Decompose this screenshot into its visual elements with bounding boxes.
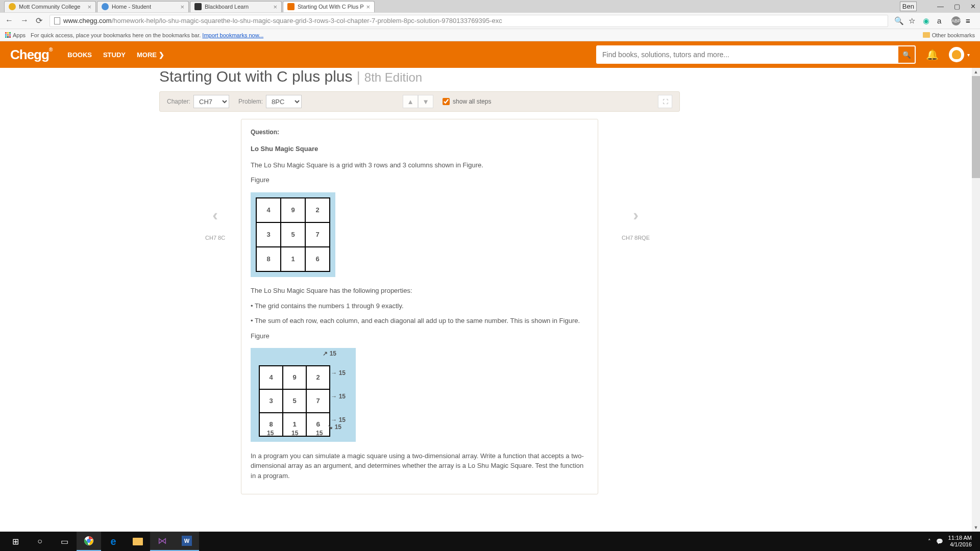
minimize-icon[interactable]: — [937, 3, 944, 10]
scroll-up-icon[interactable]: ▲ [972, 68, 980, 76]
question-text: The Lo Shu Magic Square is a grid with 3… [251, 160, 589, 170]
nav-study[interactable]: STUDY [103, 51, 126, 59]
chrome-icon[interactable] [77, 532, 101, 551]
task-view-icon[interactable]: ▭ [52, 532, 77, 551]
chegg-logo[interactable]: Chegg® [10, 47, 52, 63]
problem-label: Problem: [238, 98, 263, 105]
browser-tab[interactable]: Mott Community College × [4, 1, 96, 12]
bookmarks-bar: Apps For quick access, place your bookma… [0, 29, 980, 41]
nav-more[interactable]: MORE ❯ [137, 51, 164, 59]
figure-2: ↗ 15 492 357 816 15 15 15 ↘ 15 15 15 15 [251, 348, 356, 442]
notifications-icon[interactable]: 💬 [936, 538, 943, 545]
scroll-thumb[interactable] [972, 76, 980, 178]
start-button[interactable]: ⊞ [3, 532, 28, 551]
import-bookmarks-link[interactable]: Import bookmarks now... [202, 32, 263, 38]
adblock-icon[interactable]: ABP [951, 16, 961, 26]
extension-icon[interactable]: ◉ [923, 16, 932, 26]
url-host: www.chegg.com [63, 17, 112, 24]
sum-col: 15 [267, 419, 274, 438]
zoom-icon[interactable]: 🔍 [894, 16, 903, 26]
tray-chevron-icon[interactable]: ˄ [928, 538, 931, 545]
nav-buttons: ← → ⟳ [5, 16, 42, 26]
favicon-icon [194, 3, 202, 10]
bell-icon[interactable]: 🔔 [926, 48, 939, 61]
taskbar-tray: ˄ 💬 11:18 AM 4/1/2016 [928, 535, 977, 548]
prev-problem[interactable]: ‹ CH7 8C [205, 206, 225, 241]
chevron-left-icon: ‹ [205, 206, 225, 224]
url-path: /homework-help/lo-shu-magic-squarethe-lo… [112, 17, 502, 24]
favicon-icon [287, 3, 295, 10]
book-title: Starting Out with C plus plus | 8th Edit… [159, 68, 422, 85]
address-bar: ← → ⟳ www.chegg.com/homework-help/lo-shu… [0, 13, 980, 29]
maximize-icon[interactable]: ▢ [954, 3, 960, 10]
browser-tab[interactable]: Blackboard Learn × [190, 1, 282, 12]
browser-tab[interactable]: Home - Student × [97, 1, 189, 12]
extension-icons: 🔍 ☆ ◉ a ABP ≡ [894, 16, 975, 26]
close-icon[interactable]: × [180, 3, 184, 11]
search-icon: 🔍 [902, 51, 911, 59]
next-problem[interactable]: › CH7 8RQE [622, 206, 650, 241]
fullscreen-button[interactable]: ⛶ [658, 95, 672, 108]
star-icon[interactable]: ☆ [909, 16, 918, 26]
back-icon[interactable]: ← [5, 16, 13, 26]
url-input[interactable]: www.chegg.com/homework-help/lo-shu-magic… [50, 15, 888, 27]
chevron-down-icon[interactable]: ▾ [967, 52, 970, 58]
question-text: The Lo Shu Magic Square has the followin… [251, 286, 589, 296]
close-icon[interactable]: × [366, 3, 370, 11]
close-window-icon[interactable]: ✕ [970, 3, 976, 10]
sum-col: 15 [291, 419, 298, 438]
bookmarks-hint: For quick access, place your bookmarks h… [31, 32, 201, 38]
search-input[interactable] [596, 45, 897, 64]
figure-1: 492 357 816 [251, 192, 335, 277]
apps-label: Apps [13, 32, 26, 38]
menu-icon[interactable]: ≡ [966, 16, 975, 26]
time: 11:18 AM [948, 535, 972, 541]
close-icon[interactable]: × [273, 3, 277, 11]
question-label: Question: [251, 128, 589, 137]
cortana-icon[interactable]: ○ [28, 532, 52, 551]
avatar[interactable] [949, 47, 964, 62]
search-button[interactable]: 🔍 [897, 45, 916, 64]
profile-badge[interactable]: Ben [900, 2, 917, 11]
problem-select[interactable]: 8PC [266, 95, 302, 108]
step-down-button[interactable]: ▼ [418, 95, 433, 108]
step-up-button[interactable]: ▲ [403, 95, 418, 108]
explorer-icon[interactable] [126, 532, 150, 551]
other-bookmarks[interactable]: Other bookmarks [923, 32, 975, 38]
window-controls: Ben — ▢ ✕ [900, 2, 980, 11]
page-icon [54, 17, 60, 24]
close-icon[interactable]: × [87, 3, 91, 11]
amazon-icon[interactable]: a [937, 16, 946, 26]
content-area: Starting Out with C plus plus | 8th Edit… [0, 68, 980, 532]
question-bullet: • The grid contains the numbers 1 throug… [251, 301, 589, 311]
show-steps-label: show all steps [453, 98, 491, 105]
edge-icon[interactable]: e [101, 532, 126, 551]
avatar-icon [952, 50, 961, 59]
taskbar-apps: ⊞ ○ ▭ e ⋈ W [3, 532, 199, 551]
question-text: In a program you can simulate a magic sq… [251, 451, 589, 481]
browser-tab-active[interactable]: Starting Out With C Plus P × [283, 1, 375, 12]
other-bookmarks-label: Other bookmarks [932, 32, 975, 38]
nav-books[interactable]: BOOKS [67, 51, 92, 59]
apps-button[interactable]: Apps [5, 32, 26, 38]
scroll-down-icon[interactable]: ▼ [972, 523, 980, 532]
chapter-select[interactable]: CH7 [193, 95, 229, 108]
visualstudio-icon[interactable]: ⋈ [150, 532, 175, 551]
chevron-right-icon: › [622, 206, 650, 224]
browser-tabs-bar: Mott Community College × Home - Student … [0, 0, 980, 13]
sum-col: 15 [316, 419, 323, 438]
question-card: Question: Lo Shu Magic Square The Lo Shu… [241, 119, 598, 494]
sum-row: 15 [331, 392, 346, 401]
clock[interactable]: 11:18 AM 4/1/2016 [948, 535, 972, 548]
date: 4/1/2016 [948, 541, 972, 548]
word-icon[interactable]: W [175, 532, 199, 551]
title-main: Starting Out with C plus plus [159, 68, 353, 85]
vertical-scrollbar[interactable]: ▲ ▼ [972, 68, 980, 532]
show-steps-checkbox[interactable] [443, 98, 450, 105]
chapter-label: Chapter: [167, 98, 190, 105]
reload-icon[interactable]: ⟳ [36, 16, 42, 26]
prev-label: CH7 8C [205, 235, 225, 241]
forward-icon[interactable]: → [20, 16, 29, 26]
title-sep: | [357, 69, 360, 85]
tab-title: Starting Out With C Plus P [298, 4, 364, 10]
